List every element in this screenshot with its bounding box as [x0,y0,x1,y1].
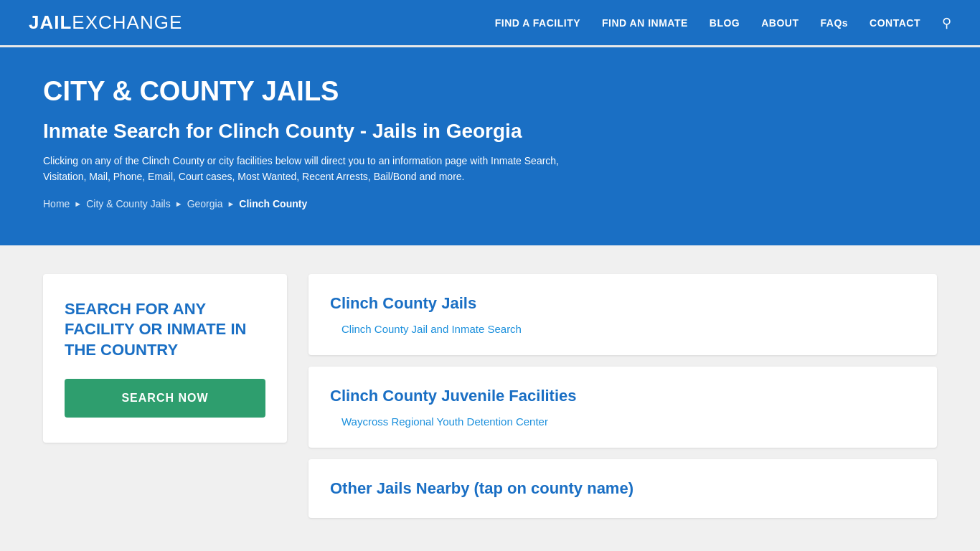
breadcrumb-chevron-1: ► [74,199,82,208]
clinch-jail-inmate-search-link[interactable]: Clinch County Jail and Inmate Search [330,323,915,335]
header: JAILEXCHANGE FIND A FACILITY FIND AN INM… [0,0,980,47]
facilities-content: Clinch County Jails Clinch County Jail a… [308,274,937,518]
nav-contact[interactable]: CONTACT [870,17,920,29]
clinch-jails-title: Clinch County Jails [330,294,915,313]
other-jails-title: Other Jails Nearby (tap on county name) [330,479,915,498]
search-sidebar: SEARCH FOR ANY FACILITY OR INMATE IN THE… [43,274,287,443]
logo[interactable]: JAILEXCHANGE [29,11,182,34]
search-now-button[interactable]: SEARCH NOW [65,379,265,418]
breadcrumb-city-county[interactable]: City & County Jails [86,198,170,209]
other-jails-card: Other Jails Nearby (tap on county name) [308,459,937,518]
page-subheading: Inmate Search for Clinch County - Jails … [43,120,937,143]
breadcrumb-state[interactable]: Georgia [187,198,223,209]
breadcrumb-current: Clinch County [239,198,307,209]
logo-jail: JAIL [29,11,72,33]
nav-find-facility[interactable]: FIND A FACILITY [495,17,580,29]
clinch-juvenile-title: Clinch County Juvenile Facilities [330,387,915,405]
main-nav: FIND A FACILITY FIND AN INMATE BLOG ABOU… [495,15,951,31]
nav-blog[interactable]: BLOG [710,17,740,29]
hero-description: Clicking on any of the Clinch County or … [43,153,603,185]
breadcrumb-chevron-2: ► [175,199,183,208]
clinch-county-jails-card: Clinch County Jails Clinch County Jail a… [308,274,937,355]
nav-faqs[interactable]: FAQs [821,17,849,29]
hero-section: CITY & COUNTY JAILS Inmate Search for Cl… [0,47,980,245]
clinch-juvenile-card: Clinch County Juvenile Facilities Waycro… [308,367,937,448]
sidebar-heading: SEARCH FOR ANY FACILITY OR INMATE IN THE… [65,299,265,361]
waycross-youth-link[interactable]: Waycross Regional Youth Detention Center [330,415,915,428]
nav-about[interactable]: ABOUT [761,17,798,29]
breadcrumb: Home ► City & County Jails ► Georgia ► C… [43,198,937,209]
breadcrumb-home[interactable]: Home [43,198,70,209]
main-content: SEARCH FOR ANY FACILITY OR INMATE IN THE… [0,245,980,547]
breadcrumb-chevron-3: ► [227,199,235,208]
logo-exchange: EXCHANGE [72,11,182,33]
nav-find-inmate[interactable]: FIND AN INMATE [602,17,688,29]
search-icon-button[interactable]: ⚲ [942,15,951,31]
page-heading: CITY & COUNTY JAILS [43,76,937,107]
